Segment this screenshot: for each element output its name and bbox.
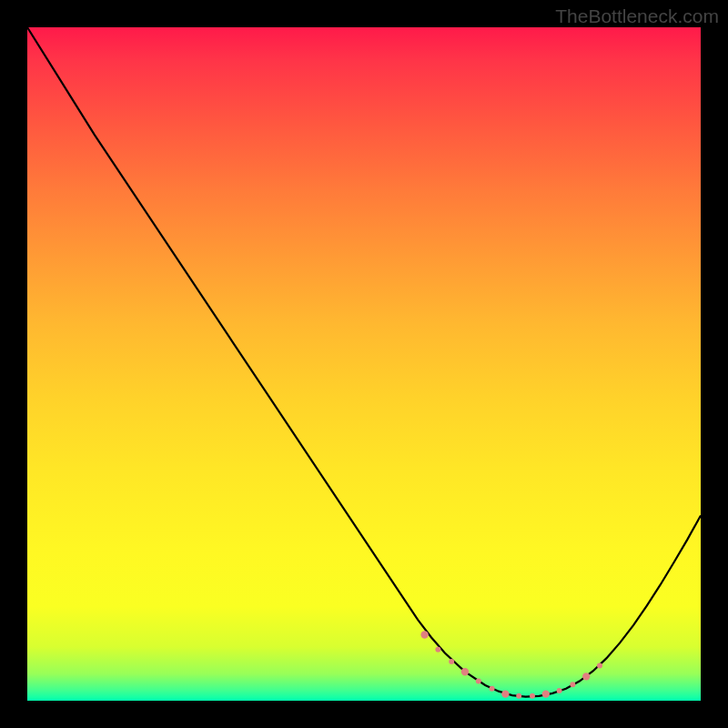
marker-dot (435, 647, 440, 652)
marker-dot (530, 693, 535, 699)
marker-dot (476, 679, 481, 684)
chart-svg (27, 27, 701, 701)
marker-dot (501, 690, 509, 697)
marker-dot (557, 688, 562, 693)
marker-dot (461, 668, 469, 675)
marker-dot (490, 686, 495, 692)
marker-dot (542, 690, 550, 697)
marker-dot (570, 682, 575, 687)
bottleneck-curve-line (27, 27, 701, 697)
marker-band-dots (420, 631, 602, 699)
marker-dot (582, 672, 590, 680)
marker-dot (449, 659, 454, 664)
watermark-text: TheBottleneck.com (555, 5, 719, 27)
marker-dot (420, 631, 428, 638)
chart-container (27, 27, 701, 701)
marker-dot (597, 663, 602, 669)
marker-dot (516, 693, 521, 699)
